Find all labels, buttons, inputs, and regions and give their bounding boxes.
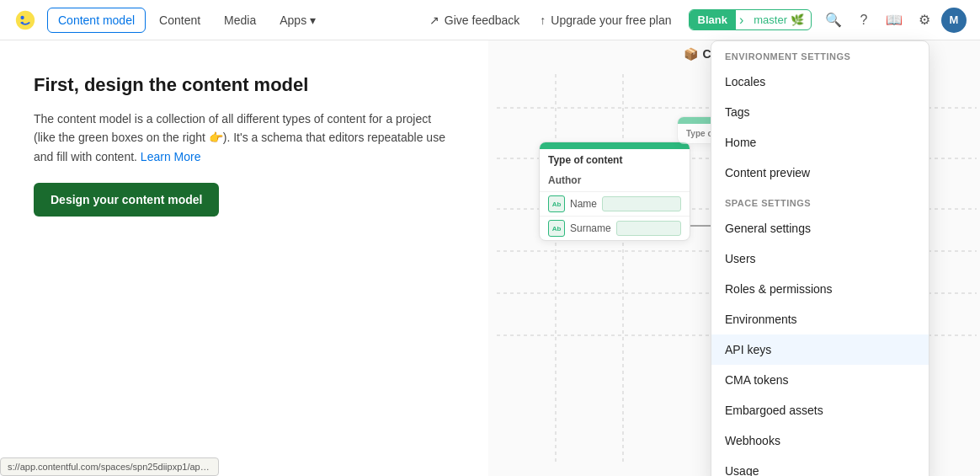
text-field-icon-2: Ab <box>548 220 565 237</box>
dropdown-item-users[interactable]: Users <box>711 243 929 274</box>
settings-button[interactable]: ⚙ <box>911 7 938 34</box>
branch-icon: 🌿 <box>791 13 804 26</box>
feedback-icon: ↗ <box>429 13 439 27</box>
top-navigation: Content model Content Media Apps ▾ ↗ Giv… <box>0 0 980 40</box>
dropdown-item-api-keys[interactable]: API keys <box>711 334 929 365</box>
user-avatar[interactable]: M <box>941 8 967 33</box>
svg-point-0 <box>16 10 35 29</box>
dropdown-menu: Environment settings Locales Tags Home C… <box>711 40 929 476</box>
url-bar: s://app.contentful.com/spaces/spn25diipx… <box>0 457 219 476</box>
hero-section: First, design the content model The cont… <box>0 40 488 476</box>
text-field-icon: Ab <box>548 195 565 212</box>
gear-icon: ⚙ <box>919 12 930 28</box>
learn-more-link[interactable]: Learn More <box>141 150 201 163</box>
search-button[interactable]: 🔍 <box>820 7 847 34</box>
upgrade-button[interactable]: ↑ Upgrade your free plan <box>531 8 679 32</box>
dropdown-item-usage[interactable]: Usage <box>711 456 929 476</box>
give-feedback-button[interactable]: ↗ Give feedback <box>421 8 529 32</box>
dropdown-item-roles[interactable]: Roles & permissions <box>711 274 929 304</box>
svg-point-2 <box>21 21 24 24</box>
help-button[interactable]: ? <box>850 7 877 34</box>
dropdown-item-environments[interactable]: Environments <box>711 304 929 334</box>
surname-field: Ab Surname <box>540 216 690 240</box>
dropdown-item-embargoed-assets[interactable]: Embargoed assets <box>711 395 929 425</box>
name-field: Ab Name <box>540 191 690 216</box>
author-label: Author <box>540 171 690 191</box>
surname-label: Surname <box>570 222 611 234</box>
nav-tab-content-model[interactable]: Content model <box>47 8 146 33</box>
content-model-icon: 📦 <box>684 47 698 61</box>
chevron-down-icon: ▾ <box>310 13 316 27</box>
dropdown-item-content-preview[interactable]: Content preview <box>711 158 929 188</box>
dropdown-item-webhooks[interactable]: Webhooks <box>711 425 929 456</box>
name-label: Name <box>570 198 597 210</box>
dropdown-item-tags[interactable]: Tags <box>711 97 929 127</box>
dropdown-item-home[interactable]: Home <box>711 127 929 158</box>
space-settings-section: Space settings <box>711 188 929 213</box>
dropdown-item-general-settings[interactable]: General settings <box>711 213 929 243</box>
book-icon: 📖 <box>886 12 903 28</box>
app-logo[interactable] <box>13 8 37 32</box>
dropdown-item-cma-tokens[interactable]: CMA tokens <box>711 365 929 395</box>
hero-title: First, design the content model <box>34 74 455 96</box>
environment-badge[interactable]: Blank › master 🌿 <box>689 9 812 30</box>
card-type-label: Type of content <box>540 149 690 171</box>
nav-tab-media[interactable]: Media <box>214 8 266 32</box>
docs-button[interactable]: 📖 <box>881 7 908 34</box>
help-icon: ? <box>860 13 868 28</box>
name-input-preview <box>602 196 681 211</box>
search-icon: 🔍 <box>825 12 842 28</box>
hero-body: The content model is a collection of all… <box>34 110 455 166</box>
nav-tab-apps[interactable]: Apps ▾ <box>269 8 326 32</box>
content-model-card-1: Type of content Author Ab Name Ab Surnam… <box>539 142 690 241</box>
dropdown-item-locales[interactable]: Locales <box>711 67 929 97</box>
design-content-model-button[interactable]: Design your content model <box>34 183 219 217</box>
nav-tab-content[interactable]: Content <box>149 8 210 32</box>
upgrade-icon: ↑ <box>540 13 546 27</box>
svg-point-1 <box>20 15 24 19</box>
environment-settings-section: Environment settings <box>711 41 929 67</box>
card-header <box>540 142 690 149</box>
surname-input-preview <box>616 221 681 236</box>
